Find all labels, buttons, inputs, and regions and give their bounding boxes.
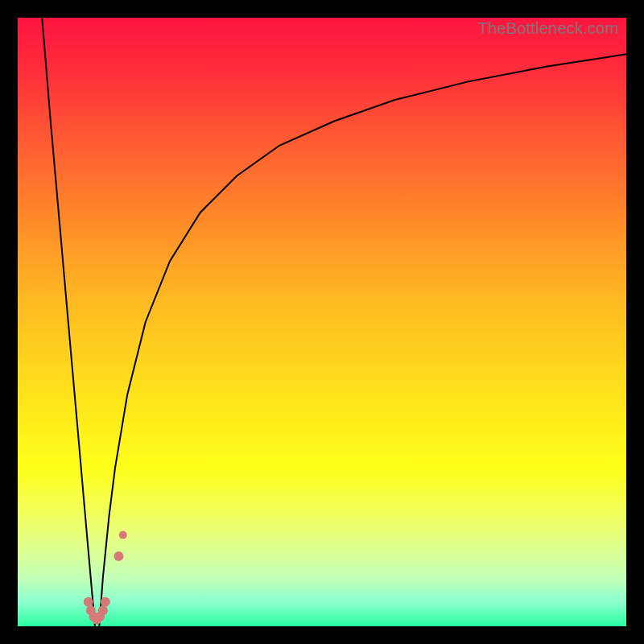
curve-left-branch bbox=[42, 18, 95, 626]
chart-svg bbox=[18, 18, 626, 626]
chart-plot-area: TheBottleneck.com bbox=[18, 18, 626, 626]
curve-right-branch bbox=[99, 54, 626, 626]
data-marker bbox=[119, 531, 127, 539]
data-marker bbox=[84, 597, 93, 607]
data-marker bbox=[98, 605, 108, 615]
data-marker bbox=[114, 551, 124, 561]
data-marker bbox=[101, 597, 110, 607]
